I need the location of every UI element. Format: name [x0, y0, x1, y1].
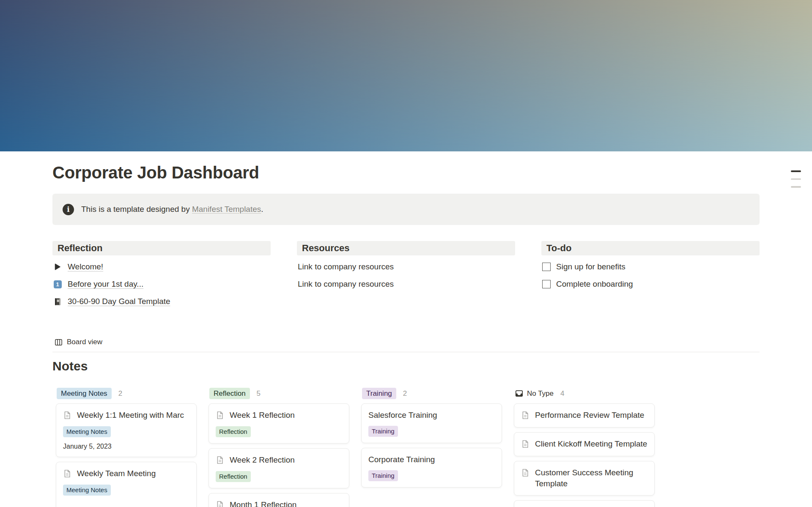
top-columns: Reflection Welcome! 1 Before your 1st da…: [52, 241, 760, 313]
card-stack: Performance Review Template Client Kicko…: [514, 403, 655, 507]
card-title: Week 2 Reflection: [230, 455, 295, 466]
todo-heading: To-do: [541, 241, 760, 255]
notebook-icon: [53, 297, 62, 306]
section-divider: [52, 352, 760, 352]
card-tag: Meeting Notes: [63, 426, 111, 437]
todo-list: Sign up for benefits Complete onboarding: [541, 261, 760, 290]
card-partially-visible[interactable]: [514, 500, 655, 507]
page-icon: [521, 440, 529, 450]
card-title: Customer Success Meeting Template: [535, 467, 647, 489]
column-resources: Resources Link to company resources Link…: [297, 241, 515, 313]
card-date: January 5, 2023: [63, 442, 189, 451]
card-title: Performance Review Template: [535, 410, 644, 421]
manifest-templates-link[interactable]: Manifest Templates: [192, 205, 261, 214]
group-label-text: No Type: [527, 389, 554, 398]
group-count: 2: [118, 389, 122, 398]
one-keycap-icon: 1: [53, 280, 62, 288]
group-badge: Training: [362, 388, 396, 399]
card-tag: Reflection: [216, 471, 251, 482]
card-stack: Week 1 Reflection Reflection Week 2 Refl…: [208, 403, 349, 507]
card-performance-review-template[interactable]: Performance Review Template: [514, 403, 655, 428]
board-view-label[interactable]: Board view: [67, 338, 102, 346]
template-callout: i This is a template designed by Manifes…: [52, 194, 760, 225]
page-link[interactable]: Before your 1st day...: [68, 280, 143, 289]
card-title: Corporate Training: [368, 454, 435, 465]
card-month-1-reflection[interactable]: Month 1 Reflection: [208, 493, 349, 507]
page-icon: [63, 469, 71, 480]
callout-text-after: .: [261, 205, 263, 214]
group-count: 2: [403, 389, 407, 398]
reflection-heading: Reflection: [52, 241, 271, 255]
card-corporate-training[interactable]: Corporate Training Training: [361, 448, 502, 488]
resources-heading: Resources: [297, 241, 515, 255]
page-icon: [521, 469, 529, 479]
card-weekly-11-meeting[interactable]: Weekly 1:1 Meeting with Marc Meeting Not…: [56, 403, 197, 457]
page-icon: [521, 411, 529, 421]
group-no-type: No Type 4 Performance Review Template: [514, 388, 655, 507]
page-link[interactable]: 30-60-90 Day Goal Template: [68, 297, 170, 306]
group-reflection: Reflection 5 Week 1 Reflection Refl: [208, 388, 349, 507]
card-weekly-team-meeting[interactable]: Weekly Team Meeting Meeting Notes: [56, 462, 197, 507]
resources-list: Link to company resources Link to compan…: [297, 261, 515, 290]
table-of-contents[interactable]: [791, 170, 801, 188]
card-tag: Training: [368, 426, 398, 437]
page-icon: [216, 456, 224, 466]
group-count: 4: [560, 389, 564, 398]
card-client-kickoff-meeting-template[interactable]: Client Kickoff Meeting Template: [514, 432, 655, 456]
todo-label: Complete onboarding: [556, 280, 633, 289]
page-link[interactable]: Welcome!: [68, 262, 103, 271]
board-view-icon: [54, 338, 63, 346]
group-label-no-type: No Type: [515, 389, 554, 398]
group-count: 5: [257, 389, 261, 398]
card-week-2-reflection[interactable]: Week 2 Reflection Reflection: [208, 448, 349, 488]
group-training: Training 2 Salesforce Training Training …: [361, 388, 502, 488]
notes-heading: Notes: [52, 358, 760, 374]
card-salesforce-training[interactable]: Salesforce Training Training: [361, 403, 502, 443]
group-header: Training 2: [361, 388, 502, 399]
page-link-row[interactable]: 1 Before your 1st day...: [53, 279, 271, 290]
group-badge: Reflection: [209, 388, 250, 399]
page-content: Corporate Job Dashboard i This is a temp…: [52, 0, 760, 507]
toc-line[interactable]: [791, 186, 801, 188]
reflection-list: Welcome! 1 Before your 1st day...: [52, 261, 271, 307]
card-stack: Salesforce Training Training Corporate T…: [361, 403, 502, 488]
page-icon: [216, 501, 224, 507]
card-stack: Weekly 1:1 Meeting with Marc Meeting Not…: [56, 403, 197, 507]
kanban-board: Meeting Notes 2 Weekly 1:1 Meeting with …: [56, 388, 760, 507]
column-reflection: Reflection Welcome! 1 Before your 1st da…: [52, 241, 271, 313]
group-header: Meeting Notes 2: [56, 388, 197, 399]
page-title: Corporate Job Dashboard: [52, 163, 760, 182]
card-week-1-reflection[interactable]: Week 1 Reflection Reflection: [208, 403, 349, 444]
board-view-tab[interactable]: Board view: [52, 336, 104, 348]
card-title: Month 1 Reflection: [230, 499, 296, 507]
card-customer-success-meeting-template[interactable]: Customer Success Meeting Template: [514, 461, 655, 496]
resource-text: Link to company resources: [298, 261, 515, 272]
card-title: Weekly 1:1 Meeting with Marc: [77, 410, 184, 421]
callout-text-before: This is a template designed by: [81, 205, 192, 214]
info-icon: i: [63, 204, 74, 215]
page-link-row[interactable]: 30-60-90 Day Goal Template: [53, 296, 271, 307]
play-icon: [53, 263, 62, 271]
card-tag: Training: [368, 470, 398, 481]
group-header: No Type 4: [514, 388, 655, 399]
group-header: Reflection 5: [208, 388, 349, 399]
checkbox-unchecked[interactable]: [542, 263, 551, 271]
todo-label: Sign up for benefits: [556, 262, 625, 271]
card-title: Client Kickoff Meeting Template: [535, 438, 647, 449]
todo-item: Complete onboarding: [542, 279, 760, 290]
group-badge: Meeting Notes: [57, 388, 112, 399]
card-tag: Reflection: [216, 426, 251, 437]
checkbox-unchecked[interactable]: [542, 280, 551, 288]
todo-item: Sign up for benefits: [542, 261, 760, 272]
card-tag: Meeting Notes: [63, 485, 111, 496]
inbox-icon: [515, 389, 523, 398]
group-meeting-notes: Meeting Notes 2 Weekly 1:1 Meeting with …: [56, 388, 197, 507]
toc-line[interactable]: [791, 170, 801, 172]
resource-text: Link to company resources: [298, 279, 515, 290]
page-link-row[interactable]: Welcome!: [53, 261, 271, 272]
page-icon: [216, 411, 224, 421]
column-todo: To-do Sign up for benefits Complete onbo…: [541, 241, 760, 313]
page-icon: [63, 411, 71, 421]
card-title: Weekly Team Meeting: [77, 468, 156, 479]
toc-line[interactable]: [791, 178, 801, 180]
